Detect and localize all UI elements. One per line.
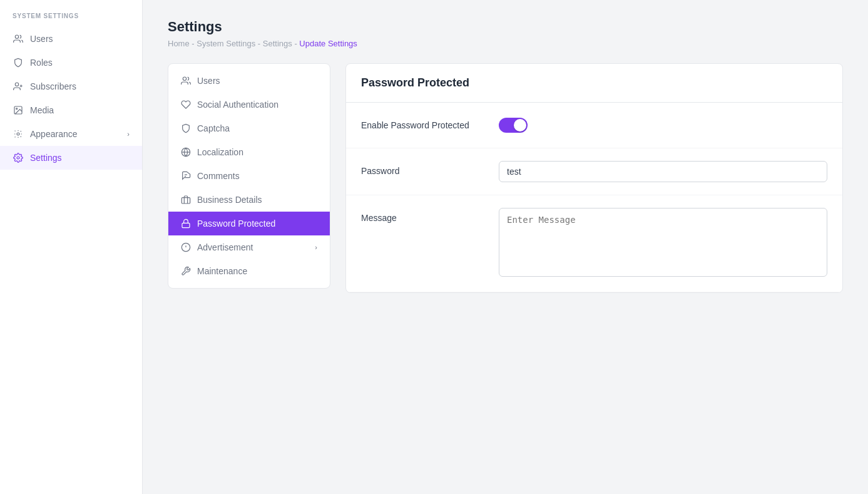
- menu-comments-icon: [181, 171, 191, 181]
- svg-rect-14: [182, 223, 190, 227]
- svg-point-0: [15, 35, 18, 38]
- password-input[interactable]: [499, 161, 827, 182]
- subscribers-icon: [13, 81, 24, 92]
- menu-business-icon: [181, 195, 191, 205]
- settings-menu-business-details[interactable]: Business Details: [168, 188, 330, 212]
- enable-password-toggle[interactable]: [499, 118, 528, 133]
- sidebar-item-media[interactable]: Media: [0, 98, 142, 122]
- content-area: Users Social Authentication Captcha: [168, 63, 843, 293]
- sidebar-item-settings-label: Settings: [30, 153, 62, 163]
- menu-ad-icon: [181, 242, 191, 252]
- main-content: Settings Home - System Settings - Settin…: [143, 0, 868, 494]
- menu-captcha-icon: [181, 123, 191, 133]
- enable-password-label: Enable Password Protected: [361, 115, 499, 130]
- sidebar-item-settings[interactable]: Settings: [0, 146, 142, 170]
- sidebar-item-subscribers[interactable]: Subscribers: [0, 75, 142, 98]
- settings-menu-advertisement-label: Advertisement: [197, 242, 253, 252]
- svg-rect-13: [181, 198, 190, 203]
- svg-point-6: [17, 133, 19, 135]
- settings-menu-users[interactable]: Users: [168, 69, 330, 93]
- sidebar-item-media-label: Media: [30, 105, 54, 115]
- settings-icon: [13, 152, 24, 163]
- panel-header: Password Protected: [346, 64, 842, 103]
- password-label: Password: [361, 161, 499, 176]
- breadcrumb-system-settings[interactable]: System Settings: [197, 39, 255, 48]
- appearance-chevron-icon: ›: [127, 130, 130, 138]
- settings-menu-maintenance-label: Maintenance: [197, 266, 247, 276]
- breadcrumb: Home - System Settings - Settings - Upda…: [168, 39, 843, 48]
- system-settings-label: SYSTEM SETTINGS: [0, 13, 142, 27]
- roles-icon: [13, 57, 24, 68]
- sidebar-item-subscribers-label: Subscribers: [30, 81, 76, 91]
- sidebar-item-roles-label: Roles: [30, 58, 53, 68]
- media-icon: [13, 105, 24, 116]
- advertisement-chevron-icon: ›: [315, 244, 317, 251]
- breadcrumb-current: Update Settings: [299, 39, 357, 48]
- enable-password-row: Enable Password Protected: [346, 103, 842, 148]
- settings-menu-comments-label: Comments: [197, 171, 240, 181]
- sidebar: SYSTEM SETTINGS Users Roles: [0, 0, 143, 494]
- sidebar-item-appearance[interactable]: Appearance ›: [0, 122, 142, 146]
- settings-menu-password-protected-label: Password Protected: [197, 219, 275, 229]
- sidebar-item-appearance-label: Appearance: [30, 129, 78, 139]
- menu-social-icon: [181, 100, 191, 110]
- settings-menu-business-details-label: Business Details: [197, 195, 262, 205]
- password-control: [499, 161, 827, 182]
- settings-menu-captcha-label: Captcha: [197, 123, 230, 133]
- menu-maintenance-icon: [181, 266, 191, 276]
- menu-lock-icon: [181, 219, 191, 229]
- svg-point-7: [17, 157, 19, 159]
- message-textarea[interactable]: [499, 208, 827, 277]
- users-icon: [13, 33, 24, 44]
- message-label: Message: [361, 208, 499, 223]
- settings-menu-password-protected[interactable]: Password Protected: [168, 212, 330, 235]
- settings-menu-captcha[interactable]: Captcha: [168, 116, 330, 140]
- sidebar-item-users[interactable]: Users: [0, 27, 142, 51]
- enable-password-control: [499, 115, 827, 135]
- settings-menu-users-label: Users: [197, 76, 220, 86]
- page-title: Settings: [168, 19, 843, 35]
- sidebar-item-users-label: Users: [30, 34, 53, 44]
- settings-menu-localization[interactable]: Localization: [168, 140, 330, 164]
- panel-title: Password Protected: [361, 76, 827, 90]
- settings-menu-advertisement[interactable]: Advertisement ›: [168, 235, 330, 259]
- svg-point-5: [16, 108, 18, 110]
- settings-menu-social-auth-label: Social Authentication: [197, 100, 278, 110]
- appearance-icon: [13, 128, 24, 140]
- breadcrumb-settings[interactable]: Settings: [263, 39, 292, 48]
- password-row: Password: [346, 148, 842, 195]
- settings-menu-maintenance[interactable]: Maintenance: [168, 259, 330, 283]
- settings-menu-localization-label: Localization: [197, 147, 243, 157]
- sidebar-item-roles[interactable]: Roles: [0, 51, 142, 75]
- password-protected-panel: Password Protected Enable Password Prote…: [345, 63, 843, 293]
- settings-menu-comments[interactable]: Comments: [168, 164, 330, 188]
- settings-menu-social-auth[interactable]: Social Authentication: [168, 93, 330, 116]
- menu-localization-icon: [181, 147, 191, 157]
- message-row: Message: [346, 195, 842, 292]
- breadcrumb-home[interactable]: Home: [168, 39, 190, 48]
- svg-point-8: [183, 77, 186, 80]
- settings-menu: Users Social Authentication Captcha: [168, 63, 330, 289]
- message-control: [499, 208, 827, 279]
- svg-point-1: [15, 83, 18, 86]
- menu-users-icon: [181, 76, 191, 86]
